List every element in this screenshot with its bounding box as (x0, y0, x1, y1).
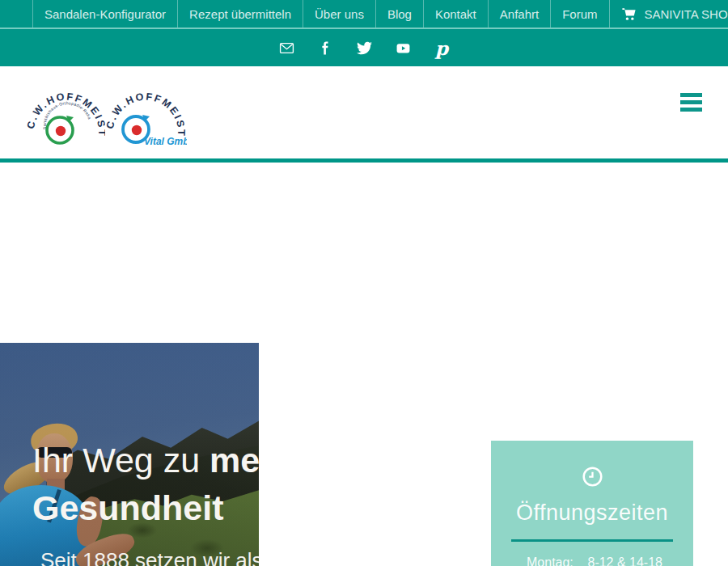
nav-item-rezept-uebermitteln[interactable]: Rezept übermitteln (177, 0, 303, 27)
nav-item-anfahrt[interactable]: Anfahrt (488, 0, 550, 27)
hours-value: 8-12 & 14-18 (587, 555, 662, 566)
nav-item-label: Sandalen-Konfigurator (44, 7, 166, 21)
nav-item-label: Über uns (315, 7, 364, 21)
opening-hours-row: Montag: 8-12 & 14-18 (491, 555, 693, 566)
twitter-icon[interactable] (357, 40, 372, 56)
page: Sandalen-Konfigurator Rezept übermitteln… (0, 0, 728, 566)
site-header: C.W.HOFFMEISTER Sanitätshaus-Orthopädie-… (0, 66, 728, 163)
nav-item-kontakt[interactable]: Kontakt (423, 0, 488, 27)
social-bar: p (0, 29, 728, 66)
nav-item-sanivita-shop[interactable]: SANIVITA SHOP (609, 0, 728, 27)
top-navigation: Sandalen-Konfigurator Rezept übermitteln… (0, 0, 728, 29)
clock-icon (491, 466, 693, 491)
email-icon[interactable] (279, 40, 294, 56)
hero-slide: Ihr Weg zu mehrGesundheit Seit 1888 setz… (0, 343, 259, 566)
svg-text:Vital GmbH: Vital GmbH (144, 136, 187, 147)
day-label: Montag: (527, 555, 574, 566)
nav-item-label: Anfahrt (500, 7, 539, 21)
nav-item-blog[interactable]: Blog (375, 0, 423, 27)
logo-hoffmeister-vital: C.W.HOFFMEISTER Vital GmbH (102, 79, 187, 150)
logo-red-dot (132, 125, 142, 135)
nav-item-label: Forum (562, 7, 597, 21)
nav-item-label: Blog (387, 7, 412, 21)
cart-icon (621, 7, 637, 21)
hero-title-bold-line2: Gesundheit (32, 488, 224, 527)
nav-item-sandalen-konfigurator[interactable]: Sandalen-Konfigurator (32, 0, 177, 27)
nav-item-forum[interactable]: Forum (550, 0, 608, 27)
youtube-icon[interactable] (396, 40, 411, 56)
pinterest-icon[interactable]: p (434, 40, 450, 56)
hero-title-regular: Ihr Weg zu (32, 441, 210, 479)
site-logo[interactable]: C.W.HOFFMEISTER Sanitätshaus-Orthopädie-… (24, 79, 187, 150)
hero-subtitle: Seit 1888 setzen wir als (40, 548, 259, 566)
menu-toggle-icon[interactable] (680, 93, 702, 112)
logo-red-dot (56, 126, 66, 136)
nav-item-label: SANIVITA SHOP (645, 7, 728, 21)
opening-hours-title: Öffnungszeiten (491, 501, 693, 526)
facebook-icon[interactable] (318, 40, 333, 56)
svg-text:C.W.HOFFMEISTER: C.W.HOFFMEISTER (102, 79, 187, 137)
nav-item-label: Kontakt (435, 7, 476, 21)
opening-hours-card: Öffnungszeiten Montag: 8-12 & 14-18 (491, 441, 693, 566)
hero-title: Ihr Weg zu mehrGesundheit (32, 437, 259, 532)
nav-item-label: Rezept übermitteln (189, 7, 291, 21)
logo-hoffmeister-sanitaetshaus: C.W.HOFFMEISTER Sanitätshaus-Orthopädie-… (24, 79, 105, 150)
nav-item-ueber-uns[interactable]: Über uns (303, 0, 375, 27)
hero-title-bold: mehr (210, 441, 259, 479)
opening-hours-divider (511, 539, 673, 542)
